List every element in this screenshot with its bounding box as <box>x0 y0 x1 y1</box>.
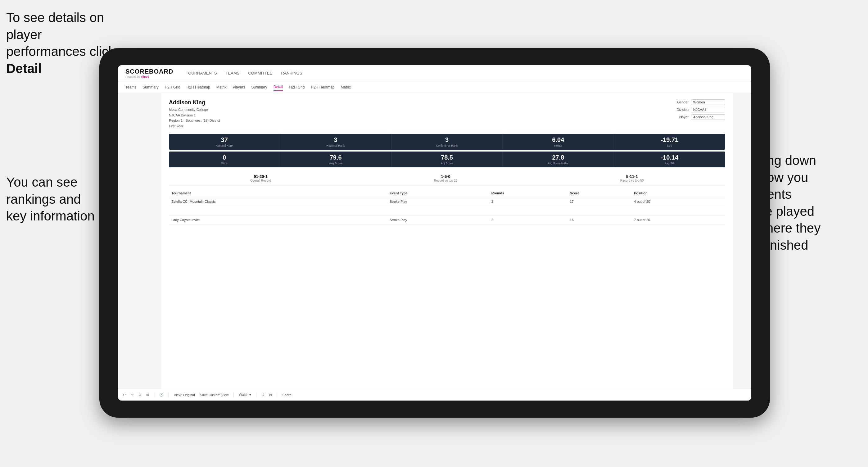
subnav-players[interactable]: Players <box>232 84 245 91</box>
stat-conference-rank: 3 Conference Rank <box>392 134 503 150</box>
toolbar-share[interactable]: Share <box>282 393 291 397</box>
subnav-h2hgrid[interactable]: H2H Grid <box>165 84 180 91</box>
stat-avg-sg: -10.14 Avg SG <box>614 152 725 167</box>
table-row: Estella CC- Mountain Classic Stroke Play… <box>169 197 725 206</box>
row3-event-type: Stroke Play <box>387 216 489 224</box>
subnav-h2hheatmap[interactable]: H2H Heatmap <box>187 84 210 91</box>
toolbar-screen[interactable]: ⊡ <box>261 393 264 397</box>
stat-adj-score: 78.5 Adj Score <box>392 152 503 167</box>
nav-rankings[interactable]: RANKINGS <box>281 69 302 77</box>
toolbar-zoom-in[interactable]: ⊕ <box>138 393 141 397</box>
stat-label-avgsg: Avg SG <box>617 162 722 165</box>
tournament-table: Tournament Event Type Rounds Score Posit… <box>169 189 725 224</box>
subnav-summary[interactable]: Summary <box>143 84 158 91</box>
nav-tournaments[interactable]: TOURNAMENTS <box>186 69 217 77</box>
division-filter-row: Division NJCAA I <box>672 107 725 113</box>
stat-label-wins: Wins <box>172 162 277 165</box>
subnav-detail[interactable]: Detail <box>274 84 283 91</box>
row1-event-type: Stroke Play <box>387 197 489 206</box>
stat-value-points: 6.04 <box>506 136 610 144</box>
subnav-teams[interactable]: Teams <box>125 84 136 91</box>
subnav-matrix2[interactable]: Matrix <box>341 84 351 91</box>
toolbar-sep3 <box>234 393 234 398</box>
annotation-topleft-text: To see details on player performances cl… <box>6 10 115 59</box>
sub-nav: Teams Summary H2H Grid H2H Heatmap Matri… <box>118 81 751 93</box>
nav-committee[interactable]: COMMITTEE <box>248 69 272 77</box>
stat-wins: 0 Wins <box>169 152 280 167</box>
player-info: Addison King Mesa Community College NJCA… <box>169 99 220 129</box>
stat-label-avgscore: Avg Score <box>283 162 388 165</box>
division-select[interactable]: NJCAA I <box>691 107 725 113</box>
stat-value-adjscore: 78.5 <box>395 154 499 161</box>
toolbar-save-custom[interactable]: Save Custom View <box>200 393 229 397</box>
right-panel <box>733 93 751 389</box>
col-rounds: Rounds <box>489 189 567 197</box>
stat-label-points: Points <box>506 144 610 147</box>
player-select[interactable]: Addison King <box>691 114 725 120</box>
subnav-h2hgrid2[interactable]: H2H Grid <box>289 84 305 91</box>
col-position: Position <box>631 189 725 197</box>
record-overall-value: 91-20-1 <box>250 174 271 179</box>
player-filter-row: Player Addison King <box>672 114 725 120</box>
stat-value-national: 37 <box>172 136 277 144</box>
player-label: Player <box>672 115 688 119</box>
subnav-summary2[interactable]: Summary <box>251 84 267 91</box>
toolbar-sep2 <box>168 393 169 398</box>
stat-label-national: National Rank <box>172 144 277 147</box>
row1-tournament: Estella CC- Mountain Classic <box>169 197 387 206</box>
col-score: Score <box>567 189 632 197</box>
toolbar-view-original[interactable]: View: Original <box>174 393 195 397</box>
stat-value-sos: -19.71 <box>617 136 722 144</box>
gender-label: Gender <box>672 100 688 104</box>
gender-select[interactable]: Women <box>691 99 725 105</box>
stat-avg-score-par: 27.8 Avg Score to Par <box>503 152 614 167</box>
stat-value-regional: 3 <box>283 136 388 144</box>
tablet-frame: SCOREBOARD Powered by clippd TOURNAMENTS… <box>99 48 770 417</box>
stats-grid-row2: 0 Wins 79.6 Avg Score 78.5 Adj Score 27.… <box>169 152 725 167</box>
row3-position: 7 out of 20 <box>631 216 725 224</box>
subnav-h2hheatmap2[interactable]: H2H Heatmap <box>311 84 334 91</box>
toolbar-grid[interactable]: ⊞ <box>146 393 149 397</box>
bottom-toolbar: ↩ ↪ ⊕ ⊞ 🕐 View: Original Save Custom Vie… <box>118 389 751 401</box>
player-name: Addison King <box>169 99 220 106</box>
record-overall-label: Overall Record <box>250 179 271 182</box>
stat-label-regional: Regional Rank <box>283 144 388 147</box>
nav-items: TOURNAMENTS TEAMS COMMITTEE RANKINGS <box>186 69 302 77</box>
records-row: 91-20-1 Overall Record 1-5-0 Record vs t… <box>169 171 725 186</box>
stat-value-avgscore: 79.6 <box>283 154 388 161</box>
toolbar-sep1 <box>154 393 154 398</box>
toolbar-sep4 <box>256 393 256 398</box>
record-top25-value: 1-5-0 <box>434 174 458 179</box>
stats-grid-row1: 37 National Rank 3 Regional Rank 3 Confe… <box>169 134 725 150</box>
stat-value-conference: 3 <box>395 136 499 144</box>
toolbar-sep5 <box>277 393 277 398</box>
stat-avg-score: 79.6 Avg Score <box>280 152 391 167</box>
stat-label-conference: Conference Rank <box>395 144 499 147</box>
player-filters: Gender Women Division NJCAA I <box>672 99 725 120</box>
col-tournament: Tournament <box>169 189 387 197</box>
player-year: First Year <box>169 124 220 129</box>
record-top50-label: Record vs top 50 <box>620 179 644 182</box>
toolbar-expand[interactable]: ⊠ <box>269 393 272 397</box>
row3-score: 16 <box>567 216 632 224</box>
logo-powered: Powered by clippd <box>125 75 173 78</box>
record-top50-value: 5-11-1 <box>620 174 644 179</box>
stat-label-avgpar: Avg Score to Par <box>506 162 610 165</box>
player-division: NJCAA Division 1 <box>169 113 220 118</box>
stat-national-rank: 37 National Rank <box>169 134 280 150</box>
stat-regional-rank: 3 Regional Rank <box>280 134 391 150</box>
toolbar-history[interactable]: 🕐 <box>159 393 164 397</box>
toolbar-redo[interactable]: ↪ <box>131 393 133 397</box>
stat-value-wins: 0 <box>172 154 277 161</box>
nav-teams[interactable]: TEAMS <box>226 69 240 77</box>
stat-value-avgsg: -10.14 <box>617 154 722 161</box>
division-label: Division <box>672 108 688 112</box>
toolbar-undo[interactable]: ↩ <box>123 393 126 397</box>
subnav-matrix[interactable]: Matrix <box>216 84 227 91</box>
table-row: Lady Coyote Invite Stroke Play 2 16 7 ou… <box>169 216 725 224</box>
toolbar-watch[interactable]: Watch ▾ <box>239 393 251 397</box>
annotation-topleft-bold: Detail <box>6 61 41 76</box>
stat-label-sos: SoS <box>617 144 722 147</box>
player-header: Addison King Mesa Community College NJCA… <box>169 99 725 129</box>
table-row <box>169 206 725 216</box>
